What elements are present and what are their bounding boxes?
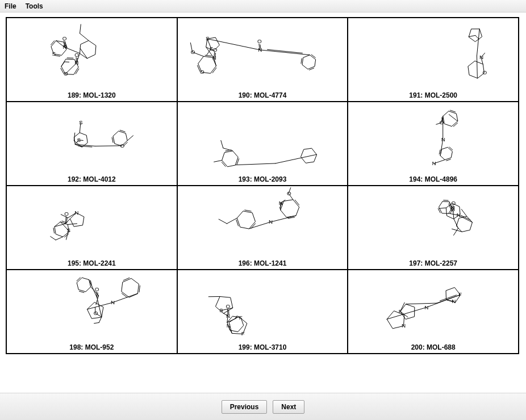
next-button[interactable]: Next bbox=[273, 400, 304, 414]
molecule-caption: 191: MOL-2500 bbox=[409, 91, 457, 99]
molecule-cell[interactable]: NFFNN200: MOL-688 bbox=[348, 270, 519, 354]
svg-text:N: N bbox=[226, 322, 230, 329]
menu-file[interactable]: File bbox=[5, 2, 16, 10]
svg-text:O: O bbox=[483, 69, 487, 75]
svg-text:N: N bbox=[479, 54, 483, 60]
svg-text:S: S bbox=[209, 45, 213, 52]
molecule-caption: 198: MOL-952 bbox=[69, 343, 114, 351]
svg-text:N: N bbox=[74, 209, 78, 216]
molecule-cell[interactable]: OSS192: MOL-4012 bbox=[6, 102, 177, 186]
molecule-caption: 200: MOL-688 bbox=[411, 343, 456, 351]
molecule-cell[interactable]: NNO197: MOL-2257 bbox=[348, 186, 519, 270]
molecule-cell[interactable]: NOS195: MOL-2241 bbox=[6, 186, 177, 270]
svg-text:S: S bbox=[206, 35, 210, 41]
svg-text:N: N bbox=[402, 322, 406, 329]
molecule-caption: 190: MOL-4774 bbox=[239, 91, 287, 99]
svg-text:S: S bbox=[77, 137, 81, 143]
svg-text:N: N bbox=[425, 304, 429, 310]
previous-button[interactable]: Previous bbox=[222, 400, 268, 414]
svg-text:O: O bbox=[94, 310, 98, 316]
svg-text:S: S bbox=[79, 119, 83, 125]
svg-text:S: S bbox=[52, 51, 56, 57]
molecule-grid: OSONON189: MOL-1320SOONONOS190: MOL-4774… bbox=[6, 17, 519, 354]
molecule-cell[interactable]: SOONONOS190: MOL-4774 bbox=[177, 18, 348, 102]
svg-text:O: O bbox=[64, 211, 69, 217]
molecule-cell[interactable]: ON191: MOL-2500 bbox=[348, 18, 519, 102]
svg-text:N: N bbox=[441, 136, 445, 142]
svg-text:O: O bbox=[64, 70, 68, 77]
svg-text:N: N bbox=[63, 44, 67, 50]
svg-text:O: O bbox=[190, 49, 195, 55]
menu-tools[interactable]: Tools bbox=[26, 2, 43, 10]
molecule-cell[interactable]: NON194: MOL-4896 bbox=[348, 102, 519, 186]
svg-text:O: O bbox=[95, 286, 99, 292]
content-area: OSONON189: MOL-1320SOONONOS190: MOL-4774… bbox=[0, 12, 526, 354]
molecule-cell[interactable]: FFONNS199: MOL-3710 bbox=[177, 270, 348, 354]
svg-text:N: N bbox=[226, 313, 230, 319]
svg-text:O: O bbox=[200, 69, 204, 75]
svg-text:F: F bbox=[239, 314, 242, 321]
menubar: File Tools bbox=[0, 0, 526, 12]
svg-text:F: F bbox=[459, 291, 462, 297]
svg-text:N: N bbox=[269, 219, 273, 225]
svg-text:N: N bbox=[278, 200, 282, 206]
svg-text:N: N bbox=[452, 298, 456, 304]
svg-text:N: N bbox=[258, 47, 262, 53]
svg-text:N: N bbox=[212, 54, 216, 61]
svg-text:S: S bbox=[67, 227, 71, 233]
svg-text:O: O bbox=[257, 38, 262, 44]
svg-text:O: O bbox=[452, 200, 456, 206]
molecule-caption: 194: MOL-4896 bbox=[409, 175, 457, 183]
molecule-caption: 193: MOL-2093 bbox=[239, 175, 287, 183]
molecule-caption: 192: MOL-4012 bbox=[68, 175, 116, 183]
molecule-caption: 195: MOL-2241 bbox=[68, 259, 116, 267]
svg-text:S: S bbox=[219, 307, 223, 313]
molecule-caption: 197: MOL-2257 bbox=[409, 259, 457, 267]
molecule-caption: 196: MOL-1241 bbox=[239, 259, 287, 267]
svg-text:O: O bbox=[440, 119, 444, 125]
molecule-cell[interactable]: NON196: MOL-1241 bbox=[177, 186, 348, 270]
svg-text:O: O bbox=[74, 52, 79, 58]
svg-text:N: N bbox=[111, 299, 115, 305]
molecule-cell[interactable]: NOO198: MOL-952 bbox=[6, 270, 177, 354]
molecule-caption: 189: MOL-1320 bbox=[68, 91, 116, 99]
svg-text:N: N bbox=[457, 212, 461, 218]
svg-text:N: N bbox=[74, 60, 78, 66]
svg-text:F: F bbox=[399, 308, 402, 314]
svg-text:O: O bbox=[62, 35, 67, 41]
svg-text:O: O bbox=[120, 142, 124, 149]
footer-bar: Previous Next bbox=[0, 393, 526, 420]
molecule-cell[interactable]: OSONON189: MOL-1320 bbox=[6, 18, 177, 102]
molecule-caption: 199: MOL-3710 bbox=[239, 343, 287, 351]
svg-text:N: N bbox=[432, 160, 436, 166]
svg-text:O: O bbox=[226, 303, 230, 309]
molecule-cell[interactable]: 193: MOL-2093 bbox=[177, 102, 348, 186]
svg-text:O: O bbox=[212, 47, 217, 53]
svg-text:O: O bbox=[287, 190, 291, 196]
svg-text:F: F bbox=[241, 330, 245, 337]
